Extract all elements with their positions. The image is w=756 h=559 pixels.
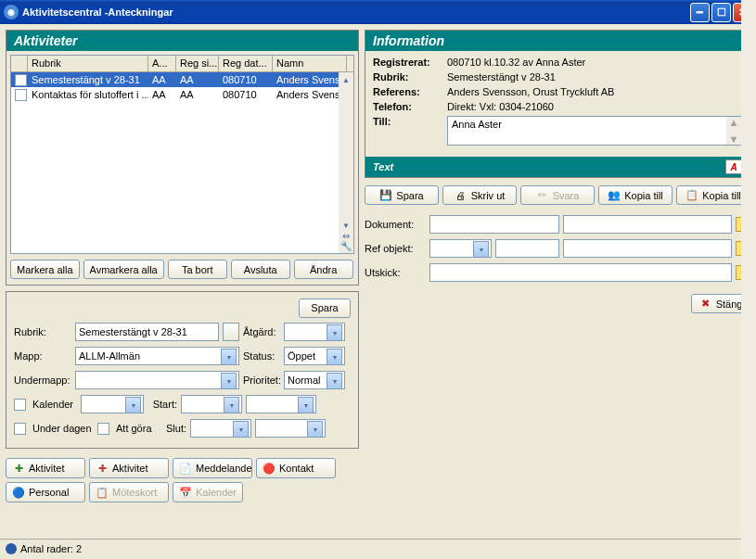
col-regdat[interactable]: Reg dat... (219, 56, 273, 71)
slut-time-combo[interactable] (255, 419, 326, 438)
kalender-label: Kalender (32, 399, 77, 410)
info-header: Information (365, 31, 750, 51)
info-rubrik-value: Semesterstängt v 28-31 (447, 71, 556, 83)
font-icon[interactable]: A (725, 159, 742, 174)
grid-tool-icon[interactable]: 🔧 (340, 241, 352, 251)
kopiatill-button[interactable]: 👥Kopia till (598, 185, 673, 205)
meeting-button: 📋Möteskort (89, 482, 169, 502)
scroll-up-icon[interactable]: ▲ (729, 117, 739, 128)
grid-split-icon[interactable]: ⇔ (342, 231, 350, 241)
activities-grid[interactable]: Rubrik A... Reg si... Reg dat... Namn Se… (10, 55, 354, 254)
underdagen-checkbox[interactable] (14, 423, 26, 435)
open-activity-button[interactable]: ✚Aktivitet (89, 458, 169, 478)
delete-button[interactable]: Ta bort (168, 260, 227, 279)
copy-icon: 📋 (686, 189, 698, 202)
meeting-icon: 📋 (96, 486, 109, 499)
mapp-combo[interactable]: ALLM-Allmän (75, 347, 239, 365)
grid-scrollbar[interactable]: ▲ ▼ ⇔ 🔧 (339, 72, 353, 253)
col-rubrik[interactable]: Rubrik (28, 56, 148, 71)
utskick-input[interactable] (429, 263, 732, 282)
kopiatill2-button[interactable]: 📋Kopia till (676, 185, 750, 205)
copy-icon: 👥 (608, 189, 621, 202)
activities-header: Aktiviteter (6, 31, 358, 51)
message-icon: 📄 (179, 462, 192, 475)
save-icon: 💾 (379, 189, 392, 202)
ref-value: Anders Svensson, Orust Tryckluft AB (447, 86, 614, 97)
tel-value: Direkt: Vxl: 0304-21060 (447, 101, 554, 112)
slut-date-combo[interactable] (190, 419, 251, 438)
refobj-label: Ref objekt: (365, 243, 426, 254)
edit-button[interactable]: Ändra (294, 260, 353, 279)
col-regsi[interactable]: Reg si... (176, 56, 219, 71)
message-button[interactable]: 📄Meddelande (173, 458, 252, 478)
status-label: Status: (243, 350, 280, 362)
utskick-label: Utskick: (365, 267, 426, 278)
calendar-icon: 📅 (179, 486, 192, 499)
tool-buttons: ✚Aktivitet ✚Aktivitet 📄Meddelande 🔴Konta… (6, 454, 359, 506)
till-box[interactable]: Anna Aster ▲▼ (447, 116, 742, 146)
form-panel: Spara Rubrik: Åtgärd: Mapp: ALLM-Allmän … (6, 291, 359, 449)
tel-label: Telefon: (373, 101, 447, 112)
start-label: Start: (147, 399, 177, 410)
grid-header: Rubrik A... Reg si... Reg dat... Namn (11, 56, 353, 72)
activities-panel: Aktiviteter Rubrik A... Reg si... Reg da… (6, 30, 359, 286)
undermapp-combo[interactable] (75, 371, 239, 389)
col-namn[interactable]: Namn (273, 56, 347, 71)
contact-button[interactable]: 🔴Kontakt (256, 458, 336, 478)
window-minimize-button[interactable]: ━ (690, 3, 710, 22)
status-bar: Antal rader: 2 (0, 539, 756, 557)
textarea-scrollbar[interactable] (741, 0, 756, 559)
app-icon: ◉ (4, 5, 19, 19)
table-row[interactable]: Semesterstängt v 28-31 AA AA 080710 Ande… (11, 72, 353, 87)
undermapp-label: Undermapp: (14, 375, 71, 386)
mark-all-button[interactable]: Markera alla (10, 260, 80, 279)
window-title: Aktivitetscentral -Anteckningar (22, 6, 173, 18)
close-activity-button[interactable]: Avsluta (231, 260, 290, 279)
rubrik-label: Rubrik: (14, 326, 71, 337)
dokument-input-1[interactable] (429, 215, 559, 234)
atgard-combo[interactable] (284, 323, 345, 341)
table-row[interactable]: Kontaktas för slutoffert i ... AA AA 080… (11, 87, 353, 102)
row-checkbox[interactable] (15, 74, 27, 86)
rubrik-picker-button[interactable] (223, 323, 239, 341)
slut-label: Slut: (157, 423, 186, 434)
unmark-all-button[interactable]: Avmarkera alla (83, 260, 164, 279)
contact-icon: 🔴 (263, 462, 275, 475)
open-activity-icon: ✚ (96, 462, 109, 475)
scroll-up-icon[interactable]: ▲ (340, 74, 352, 85)
underdagen-label: Under dagen (32, 423, 94, 434)
dokument-input-2[interactable] (563, 215, 732, 234)
scroll-down-icon[interactable]: ▼ (729, 133, 739, 145)
kalender-checkbox[interactable] (14, 399, 26, 411)
window-maximize-button[interactable]: ☐ (711, 3, 731, 22)
mapp-label: Mapp: (14, 350, 71, 362)
start-date-combo[interactable] (181, 395, 242, 413)
start-time-combo[interactable] (246, 395, 316, 413)
window-titlebar: ◉ Aktivitetscentral -Anteckningar ━ ☐ ✕ (0, 0, 756, 24)
col-a[interactable]: A... (148, 56, 176, 71)
attgora-checkbox[interactable] (97, 423, 109, 435)
calendar-button: 📅Kalender (173, 482, 243, 502)
attgora-label: Att göra (116, 423, 153, 434)
spara-button[interactable]: 💾Spara (365, 185, 439, 205)
skrivut-button[interactable]: 🖨Skriv ut (442, 185, 517, 205)
save-button[interactable]: Spara (299, 299, 351, 318)
info-panel: Information Registrerat:080710 kl.10.32 … (365, 30, 750, 178)
svara-button: ✏Svara (520, 185, 595, 205)
reg-label: Registrerat: (373, 57, 447, 68)
refobj-combo[interactable] (429, 239, 492, 258)
row-checkbox[interactable] (15, 89, 27, 101)
reply-icon: ✏ (536, 189, 549, 202)
kalender-combo[interactable] (81, 395, 144, 413)
refobj-input-1[interactable] (495, 239, 559, 258)
refobj-input-2[interactable] (563, 239, 732, 258)
reg-value: 080710 kl.10.32 av Anna Aster (447, 57, 585, 68)
new-activity-button[interactable]: ✚Aktivitet (6, 458, 85, 478)
prio-combo[interactable]: Normal (284, 371, 345, 389)
dokument-label: Dokument: (365, 219, 426, 230)
atgard-label: Åtgärd: (243, 326, 280, 337)
rubrik-input[interactable] (75, 323, 219, 341)
scroll-down-icon[interactable]: ▼ (340, 220, 352, 231)
personal-button[interactable]: 🔵Personal (6, 482, 85, 502)
status-combo[interactable]: Öppet (284, 347, 345, 365)
